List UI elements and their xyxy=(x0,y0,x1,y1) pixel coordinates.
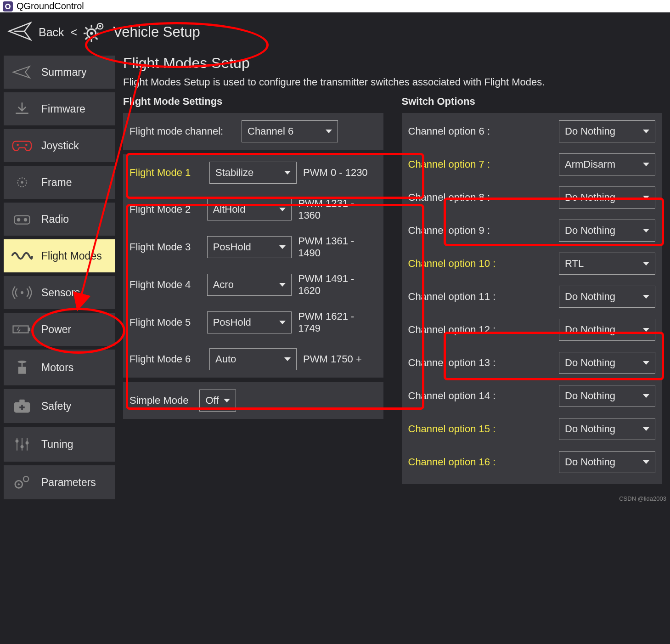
sidebar-item-power[interactable]: Power xyxy=(4,313,115,346)
svg-point-32 xyxy=(16,440,19,443)
svg-point-19 xyxy=(17,218,21,222)
flight-mode-dropdown[interactable]: AltHold xyxy=(207,198,292,220)
chevron-down-icon xyxy=(643,229,649,232)
flight-mode-row: Flight Mode 6AutoPWM 1750 + xyxy=(129,348,377,370)
sidebar-item-safety[interactable]: Safety xyxy=(4,389,115,423)
switch-option-dropdown[interactable]: Do Nothing xyxy=(559,319,655,341)
page-description: Flight Modes Setup is used to configure … xyxy=(123,76,662,88)
gamepad-icon xyxy=(9,137,35,154)
flight-mode-dropdown[interactable]: Auto xyxy=(209,348,297,370)
switch-option-dropdown[interactable]: Do Nothing xyxy=(559,186,655,209)
sidebar-item-flight-modes[interactable]: Flight Modes xyxy=(4,239,115,272)
sidebar-item-label: Radio xyxy=(41,213,69,226)
modes-panel: Flight Mode 1StabilizePWM 0 - 1230Flight… xyxy=(123,154,383,378)
page-title: Flight Modes Setup xyxy=(123,55,662,72)
flight-mode-label: Flight Mode 2 xyxy=(129,203,201,215)
sidebar-item-label: Power xyxy=(41,323,71,336)
switch-option-dropdown[interactable]: Do Nothing xyxy=(559,352,655,374)
radio-icon xyxy=(9,211,35,227)
chevron-down-icon xyxy=(279,245,286,249)
switch-option-row: Channel option 12 :Do Nothing xyxy=(408,319,656,341)
flight-mode-settings-column: Flight Mode Settings Flight mode channel… xyxy=(123,96,383,489)
sidebar-item-tuning[interactable]: Tuning xyxy=(4,427,115,462)
svg-point-3 xyxy=(90,32,93,35)
switch-option-row: Channel option 7 :ArmDisarm xyxy=(408,153,656,175)
switch-option-label: Channel option 13 : xyxy=(408,357,509,369)
flight-mode-row: Flight Mode 1StabilizePWM 0 - 1230 xyxy=(129,162,377,184)
svg-rect-18 xyxy=(15,216,30,224)
top-toolbar: Back < Vehicle Setup xyxy=(0,12,670,52)
sidebar: Summary Firmware Joystick Frame Radio Fl… xyxy=(0,52,118,503)
flight-mode-label: Flight Mode 1 xyxy=(129,167,203,179)
dropdown-value: Do Nothing xyxy=(565,324,615,336)
switch-options-column: Switch Options Channel option 6 :Do Noth… xyxy=(402,96,662,489)
chevron-down-icon xyxy=(284,171,291,175)
flight-mode-label: Flight Mode 4 xyxy=(129,279,201,291)
flight-mode-dropdown[interactable]: Acro xyxy=(207,274,292,296)
app-name: QGroundControl xyxy=(17,1,84,11)
dropdown-value: Do Nothing xyxy=(565,192,615,203)
flight-mode-channel-dropdown[interactable]: Channel 6 xyxy=(242,120,338,142)
switch-option-dropdown[interactable]: Do Nothing xyxy=(559,120,655,142)
download-icon xyxy=(9,101,35,117)
flight-mode-dropdown[interactable]: Stabilize xyxy=(209,162,297,184)
sidebar-item-motors[interactable]: Motors xyxy=(4,350,115,385)
sidebar-item-summary[interactable]: Summary xyxy=(4,56,115,89)
switch-option-dropdown[interactable]: Do Nothing xyxy=(559,286,655,308)
svg-point-26 xyxy=(17,361,26,363)
sidebar-item-label: Flight Modes xyxy=(41,250,102,262)
sidebar-item-joystick[interactable]: Joystick xyxy=(4,129,115,162)
flight-mode-row: Flight Mode 3PosHoldPWM 1361 - 1490 xyxy=(129,235,377,259)
switch-option-label: Channel option 12 : xyxy=(408,324,509,336)
switch-option-row: Channel option 14 :Do Nothing xyxy=(408,385,656,407)
switch-option-dropdown[interactable]: ArmDisarm xyxy=(559,153,655,175)
switch-option-dropdown[interactable]: Do Nothing xyxy=(559,418,655,440)
switch-option-dropdown[interactable]: Do Nothing xyxy=(559,385,655,407)
dropdown-value: AltHold xyxy=(213,203,246,215)
switch-panel: Channel option 6 :Do NothingChannel opti… xyxy=(402,113,662,484)
svg-point-17 xyxy=(21,181,23,184)
sidebar-item-label: Joystick xyxy=(41,140,79,152)
chevron-down-icon xyxy=(279,283,286,287)
svg-point-13 xyxy=(99,25,101,28)
sidebar-item-radio[interactable]: Radio xyxy=(4,203,115,236)
gears-icon xyxy=(9,474,35,491)
chevron-down-icon xyxy=(643,295,649,299)
sidebar-item-sensors[interactable]: Sensors xyxy=(4,276,115,309)
dropdown-value: PosHold xyxy=(213,241,251,253)
back-chevron-icon: < xyxy=(71,26,78,39)
switch-option-row: Channel option 6 :Do Nothing xyxy=(408,120,656,142)
sensors-icon xyxy=(9,284,35,301)
sidebar-item-label: Firmware xyxy=(41,103,85,115)
back-button[interactable]: Back xyxy=(39,26,64,39)
app-window: QGroundControl Back < Vehicle Setup Summ… xyxy=(0,0,670,503)
sidebar-item-label: Motors xyxy=(41,362,73,374)
switch-option-label: Channel option 16 : xyxy=(408,456,509,468)
switch-option-row: Channel option 8 :Do Nothing xyxy=(408,186,656,209)
dropdown-value: Do Nothing xyxy=(565,291,615,303)
frame-icon xyxy=(9,174,35,191)
sidebar-item-frame[interactable]: Frame xyxy=(4,166,115,199)
sliders-icon xyxy=(9,435,35,453)
switch-option-label: Channel option 9 : xyxy=(408,225,509,237)
flight-mode-row: Flight Mode 2AltHoldPWM 1231 - 1360 xyxy=(129,198,377,221)
plane-icon[interactable] xyxy=(7,19,32,45)
switch-option-dropdown[interactable]: RTL xyxy=(559,253,655,275)
switch-option-label: Channel option 7 : xyxy=(408,158,509,170)
page-breadcrumb-title: Vehicle Setup xyxy=(113,24,200,40)
chevron-down-icon xyxy=(279,208,286,211)
switch-option-dropdown[interactable]: Do Nothing xyxy=(559,451,655,473)
switch-option-dropdown[interactable]: Do Nothing xyxy=(559,220,655,242)
simple-mode-dropdown[interactable]: Off xyxy=(199,390,236,412)
flight-mode-dropdown[interactable]: PosHold xyxy=(207,311,292,333)
dropdown-value: Do Nothing xyxy=(565,456,615,468)
switch-option-row: Channel option 11 :Do Nothing xyxy=(408,286,656,308)
flight-mode-dropdown[interactable]: PosHold xyxy=(207,236,292,258)
switch-option-label: Channel option 14 : xyxy=(408,390,509,402)
svg-rect-28 xyxy=(19,400,25,403)
sidebar-item-firmware[interactable]: Firmware xyxy=(4,92,115,125)
sidebar-item-parameters[interactable]: Parameters xyxy=(4,465,115,499)
dropdown-value: Do Nothing xyxy=(565,423,615,435)
flight-mode-row: Flight Mode 4AcroPWM 1491 - 1620 xyxy=(129,273,377,297)
chevron-down-icon xyxy=(643,394,649,398)
